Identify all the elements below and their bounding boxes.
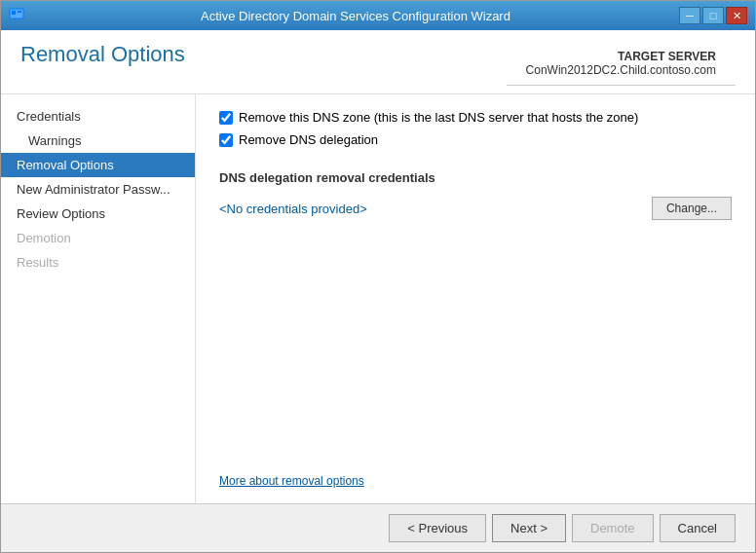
target-server-name: ConWin2012DC2.Child.contoso.com [526, 63, 716, 77]
sidebar: Credentials Warnings Removal Options New… [1, 94, 196, 503]
window-title: Active Directory Domain Services Configu… [32, 9, 679, 23]
credentials-row: <No credentials provided> Change... [219, 197, 732, 220]
checkbox2-row: Remove DNS delegation [219, 132, 732, 147]
checkbox1-label[interactable]: Remove this DNS zone (this is the last D… [239, 110, 638, 125]
target-server-label: TARGET SERVER [526, 50, 716, 63]
previous-button[interactable]: < Previous [389, 514, 486, 542]
sidebar-item-warnings[interactable]: Warnings [1, 129, 195, 153]
remove-dns-zone-checkbox[interactable] [219, 111, 233, 125]
section-label: DNS delegation removal credentials [219, 170, 732, 185]
checkbox2-label[interactable]: Remove DNS delegation [239, 132, 378, 147]
app-icon [9, 6, 28, 25]
maximize-button[interactable]: □ [702, 7, 724, 24]
sidebar-item-demotion: Demotion [1, 226, 195, 250]
sidebar-item-review-options[interactable]: Review Options [1, 202, 195, 226]
titlebar: Active Directory Domain Services Configu… [1, 1, 755, 30]
sidebar-item-new-admin-password[interactable]: New Administrator Passw... [1, 177, 195, 202]
footer: < Previous Next > Demote Cancel [1, 503, 755, 552]
demote-button[interactable]: Demote [572, 514, 654, 542]
main-content: Credentials Warnings Removal Options New… [1, 94, 755, 503]
svg-rect-1 [12, 11, 16, 15]
remove-dns-delegation-checkbox[interactable] [219, 133, 233, 147]
sidebar-item-removal-options[interactable]: Removal Options [1, 153, 195, 177]
minimize-button[interactable]: ─ [679, 7, 700, 24]
page-title: Removal Options [20, 42, 185, 67]
main-window: Active Directory Domain Services Configu… [0, 0, 756, 553]
more-about-link[interactable]: More about removal options [219, 455, 732, 488]
change-button[interactable]: Change... [652, 197, 732, 220]
sidebar-item-credentials[interactable]: Credentials [1, 104, 195, 129]
close-button[interactable]: ✕ [726, 7, 747, 24]
right-panel: Remove this DNS zone (this is the last D… [196, 94, 755, 503]
next-button[interactable]: Next > [492, 514, 566, 542]
sidebar-item-results: Results [1, 250, 195, 275]
target-server-info: TARGET SERVER ConWin2012DC2.Child.contos… [507, 42, 736, 86]
header-row: Removal Options TARGET SERVER ConWin2012… [1, 30, 755, 94]
svg-rect-2 [18, 11, 21, 13]
window-controls: ─ □ ✕ [679, 7, 747, 24]
checkbox1-row: Remove this DNS zone (this is the last D… [219, 110, 732, 125]
cancel-button[interactable]: Cancel [660, 514, 736, 542]
no-credentials-text: <No credentials provided> [219, 202, 367, 216]
